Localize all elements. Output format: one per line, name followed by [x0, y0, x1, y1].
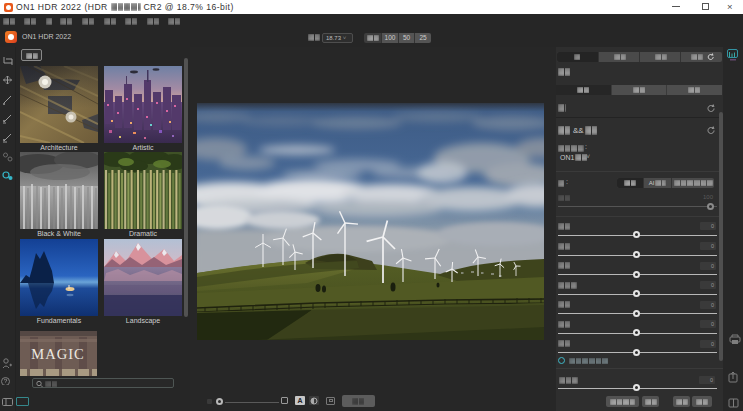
svg-text:MAGIC: MAGIC: [31, 346, 84, 362]
